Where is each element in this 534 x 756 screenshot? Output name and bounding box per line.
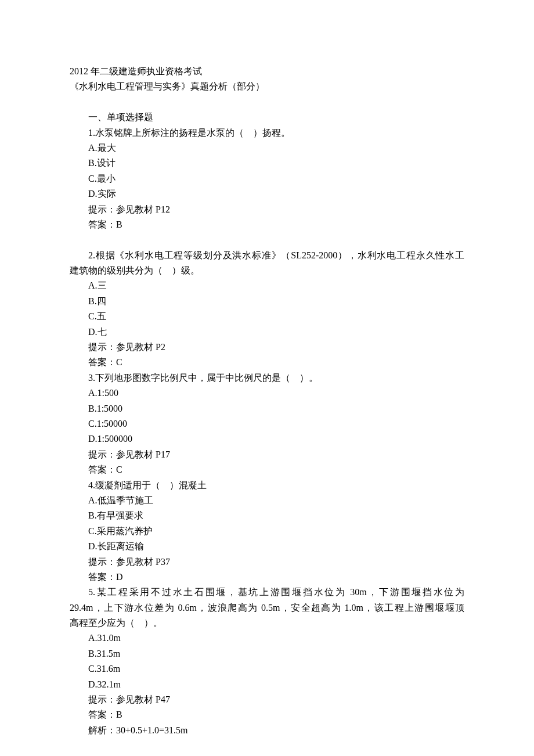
question-option: D.实际	[70, 186, 464, 201]
doc-title-line2: 《水利水电工程管理与实务》真题分析（部分）	[70, 79, 464, 94]
question-stem: 2.根据《水利水电工程等级划分及洪水标准》（SL252-2000），水利水电工程…	[70, 248, 464, 263]
page-container: 2012 年二级建造师执业资格考试 《水利水电工程管理与实务》真题分析（部分） …	[0, 0, 534, 756]
question-stem: 1.水泵铭牌上所标注的扬程是水泵的（ ）扬程。	[70, 125, 464, 141]
question-option: A.1:500	[70, 386, 464, 401]
question-option: C.五	[70, 309, 464, 324]
question-option: C.31.6m	[70, 661, 464, 676]
question-answer: 答案：B	[70, 707, 464, 722]
question-analysis: 解析：30+0.5+1.0=31.5m	[70, 723, 464, 738]
question-hint: 提示：参见教材 P2	[70, 340, 464, 355]
question-hint: 提示：参见教材 P17	[70, 447, 464, 462]
question-option: B.四	[70, 294, 464, 309]
question-option: C.1:50000	[70, 416, 464, 431]
question-option: D.长距离运输	[70, 539, 464, 554]
question-hint: 提示：参见教材 P12	[70, 202, 464, 217]
question-option: D.1:500000	[70, 431, 464, 447]
question-stem-cont: 高程至少应为（ ）。	[70, 615, 464, 631]
question-option: C.最小	[70, 171, 464, 186]
question-answer: 答案：C	[70, 355, 464, 370]
question-stem-cont: 建筑物的级别共分为（ ）级。	[70, 263, 464, 278]
question-stem: 5.某工程采用不过水土石围堰，基坑上游围堰挡水位为 30m，下游围堰挡水位为	[70, 585, 464, 600]
question-option: B.1:5000	[70, 401, 464, 416]
question-hint: 提示：参见教材 P47	[70, 692, 464, 707]
question-option: D.七	[70, 325, 464, 340]
question-option: D.32.1m	[70, 677, 464, 692]
spacer	[70, 95, 464, 110]
question-stem-cont: 29.4m，上下游水位差为 0.6m，波浪爬高为 0.5m，安全超高为 1.0m…	[70, 600, 464, 615]
question-answer: 答案：C	[70, 462, 464, 477]
question-option: A.31.0m	[70, 631, 464, 646]
question-option: A.低温季节施工	[70, 493, 464, 508]
section-heading: 一、单项选择题	[70, 110, 464, 125]
question-stem: 4.缓凝剂适用于（ ）混凝土	[70, 478, 464, 493]
question-option: B.设计	[70, 156, 464, 171]
spacer	[70, 232, 464, 247]
question-hint: 提示：参见教材 P37	[70, 555, 464, 570]
question-answer: 答案：D	[70, 570, 464, 585]
question-option: A.最大	[70, 141, 464, 156]
question-option: B.31.5m	[70, 646, 464, 661]
question-option: A.三	[70, 278, 464, 293]
doc-title-line1: 2012 年二级建造师执业资格考试	[70, 64, 464, 79]
question-option: C.采用蒸汽养护	[70, 524, 464, 539]
question-option: B.有早强要求	[70, 508, 464, 523]
question-stem: 3.下列地形图数字比例尺中，属于中比例尺的是（ ）。	[70, 370, 464, 386]
question-answer: 答案：B	[70, 217, 464, 232]
